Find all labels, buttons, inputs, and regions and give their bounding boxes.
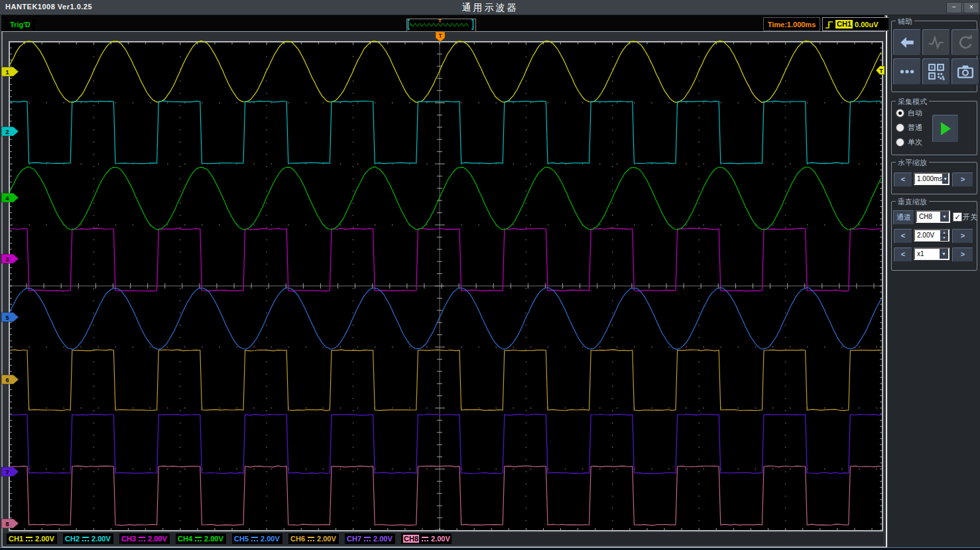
dc-coupling-icon: [308, 537, 314, 541]
acquire-option-3[interactable]: 单次: [896, 137, 922, 147]
timebase-value: Time:1.000ms: [768, 21, 816, 29]
svg-text:4: 4: [5, 195, 9, 202]
svg-text:T: T: [438, 33, 442, 39]
svg-text:7: 7: [5, 469, 9, 476]
channel-name-CH6[interactable]: CH6: [290, 535, 305, 543]
channel-name-CH3[interactable]: CH3: [121, 535, 136, 543]
channel-volts-CH6: 2.00V: [317, 535, 336, 543]
ellipsis-icon: [898, 63, 916, 80]
channel-readout-CH3[interactable]: CH32.00V: [119, 533, 170, 544]
mult-select[interactable]: x1 ▼: [914, 247, 949, 260]
channel-readout-CH4[interactable]: CH42.00V: [176, 533, 226, 544]
timebase-select[interactable]: 1.000ms ▼: [914, 172, 949, 185]
control-panel: 辅助 采集模式 自动普通单次 水平缩放 < 1.000ms ▼ > 垂直缩放 通…: [888, 15, 980, 547]
acquire-option-1[interactable]: 自动: [896, 108, 922, 118]
minimize-button[interactable]: −: [946, 2, 962, 13]
title-bar: HANTEK1008 Ver1.0.25 通用示波器 − □ ×: [0, 0, 980, 15]
trigger-info-readout: CH1 0.00uV: [822, 17, 890, 31]
channel-name-CH8[interactable]: CH8: [403, 535, 419, 543]
dc-coupling-icon: [364, 537, 371, 541]
volts-decrease-button[interactable]: <: [894, 229, 912, 243]
mult-selected-value: x1: [915, 250, 940, 257]
qr-code-icon: [928, 63, 945, 80]
channel-volts-CH8: 2.00V: [431, 535, 450, 543]
svg-text:5: 5: [5, 314, 9, 321]
back-arrow-button[interactable]: [893, 29, 921, 56]
qr-code-button[interactable]: [922, 58, 950, 85]
radio-icon[interactable]: [896, 109, 904, 117]
channel-name-CH5[interactable]: CH5: [234, 535, 249, 543]
acquire-option-label: 普通: [908, 123, 922, 133]
play-icon: [941, 122, 951, 135]
spinner-arrows[interactable]: ▲▼: [940, 230, 948, 240]
channel-volts-CH3: 2.00V: [148, 535, 167, 543]
channel-name-CH4[interactable]: CH4: [178, 535, 192, 543]
spin-down-icon[interactable]: ▼: [940, 236, 948, 241]
channel-readout-CH6[interactable]: CH62.00V: [288, 533, 339, 544]
preview-trigger-marker: T: [438, 18, 442, 24]
channel-volts-CH1: 2.00V: [35, 535, 54, 543]
switch-label: 开关: [963, 212, 977, 222]
window-title: 通用示波器: [0, 2, 980, 14]
hzoom-increase-button[interactable]: >: [952, 172, 973, 187]
channel-selected-value: CH8: [917, 213, 940, 220]
channel-readout-CH2[interactable]: CH22.00V: [63, 533, 113, 544]
mult-increase-button[interactable]: >: [952, 247, 973, 262]
channel-name-CH2[interactable]: CH2: [65, 535, 80, 543]
svg-text:8: 8: [5, 521, 9, 527]
hzoom-decrease-button[interactable]: <: [894, 172, 912, 187]
scope-plot: 12345678TT: [0, 30, 888, 534]
dc-coupling-icon: [195, 537, 202, 541]
run-button[interactable]: [932, 115, 959, 143]
channel-readout-CH5[interactable]: CH52.00V: [232, 533, 282, 544]
aux-title: 辅助: [896, 17, 914, 27]
channel-name-CH7[interactable]: CH7: [347, 535, 361, 543]
acquire-option-2[interactable]: 普通: [896, 123, 922, 133]
dc-coupling-icon: [139, 537, 145, 541]
undo-button[interactable]: [951, 29, 979, 56]
camera-icon: [957, 63, 974, 80]
dc-coupling-icon: [26, 537, 32, 541]
timebase-selected-value: 1.000ms: [915, 175, 942, 182]
channel-name-CH1[interactable]: CH1: [9, 535, 23, 543]
channel-select[interactable]: CH8 ▼: [916, 210, 950, 223]
chevron-down-icon[interactable]: ▼: [940, 212, 949, 222]
radio-icon[interactable]: [896, 138, 904, 147]
close-button[interactable]: ×: [963, 2, 979, 13]
channel-readout-CH1[interactable]: CH12.00V: [7, 533, 57, 544]
svg-text:6: 6: [5, 377, 9, 383]
volts-increase-button[interactable]: >: [952, 229, 973, 243]
plot-root: 12345678TT: [1, 32, 885, 531]
channel-volts-CH2: 2.00V: [92, 535, 111, 543]
channel-volts-CH5: 2.00V: [261, 535, 280, 543]
back-arrow-icon: [898, 34, 916, 51]
channel-readout-CH7[interactable]: CH72.00V: [345, 533, 395, 544]
volts-value: 2.00V: [915, 232, 940, 239]
mult-decrease-button[interactable]: <: [894, 247, 912, 262]
window-bottom-edge: [0, 547, 980, 550]
preview-right-bracket: [471, 20, 473, 29]
dc-coupling-icon: [82, 537, 89, 541]
volts-spinner[interactable]: 2.00V ▲▼: [914, 229, 949, 241]
channel-volts-CH4: 2.00V: [204, 535, 223, 543]
spin-up-icon[interactable]: ▲: [940, 230, 948, 236]
pulse-button[interactable]: [922, 29, 950, 56]
rising-edge-icon: [825, 20, 833, 29]
channel-readout-CH8[interactable]: CH82.00V: [401, 533, 452, 544]
chevron-down-icon[interactable]: ▼: [942, 174, 948, 184]
vzoom-title: 垂直缩放: [896, 197, 929, 207]
timebase-readout: Time:1.000ms: [763, 17, 820, 31]
dc-coupling-icon: [251, 537, 258, 541]
pulse-icon: [928, 34, 945, 51]
radio-icon[interactable]: [896, 123, 904, 132]
ellipsis-button[interactable]: [893, 58, 921, 85]
oscilloscope-app: HANTEK1008 Ver1.0.25 通用示波器 − □ × Trig'D …: [0, 0, 980, 550]
trigger-position-marker[interactable]: T: [436, 32, 445, 42]
chevron-down-icon[interactable]: ▼: [940, 249, 948, 259]
channel-enable-checkbox[interactable]: ✓: [953, 212, 962, 222]
trigger-source-badge: CH1: [835, 20, 853, 29]
trigger-status-badge: Trig'D: [5, 19, 35, 30]
camera-button[interactable]: [951, 58, 979, 85]
acquire-option-label: 自动: [908, 108, 922, 118]
channel-button[interactable]: 通道: [893, 210, 914, 225]
